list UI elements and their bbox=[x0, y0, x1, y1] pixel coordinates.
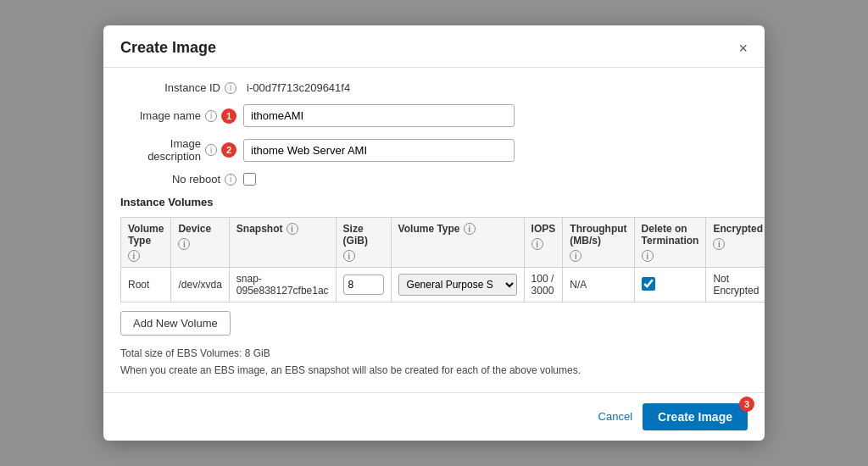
cell-encrypted: Not Encrypted bbox=[706, 268, 765, 302]
cancel-button[interactable]: Cancel bbox=[598, 410, 632, 423]
throughput-col-info-icon[interactable]: i bbox=[570, 250, 581, 262]
no-reboot-row: No reboot i bbox=[120, 173, 748, 186]
size-input[interactable] bbox=[343, 275, 384, 295]
col-header-volume-type: Volume Type i bbox=[121, 218, 171, 268]
image-description-row: Image description i 2 bbox=[120, 137, 748, 163]
volume-type-select[interactable]: General Purpose S Provisioned IOPS Magne… bbox=[398, 274, 517, 296]
no-reboot-checkbox[interactable] bbox=[243, 173, 256, 186]
snapshot-col-info-icon[interactable]: i bbox=[287, 223, 298, 235]
footer-note-line2: When you create an EBS image, an EBS sna… bbox=[120, 363, 748, 379]
col-header-delete-on-termination: Delete on Termination i bbox=[634, 218, 706, 268]
delete-on-termination-checkbox[interactable] bbox=[642, 277, 655, 291]
image-description-info-icon[interactable]: i bbox=[205, 144, 217, 156]
modal-title: Create Image bbox=[120, 39, 216, 57]
add-volume-button[interactable]: Add New Volume bbox=[120, 311, 231, 336]
iops-col-info-icon[interactable]: i bbox=[531, 238, 543, 250]
col-header-throughput: Throughput (MB/s) i bbox=[563, 218, 634, 268]
col-header-device: Device i bbox=[171, 218, 229, 268]
instance-id-label: Instance ID i bbox=[120, 81, 243, 94]
encrypted-col-info-icon[interactable]: i bbox=[713, 238, 725, 250]
col-header-encrypted: Encrypted i bbox=[706, 218, 765, 268]
create-button-badge: 3 bbox=[739, 397, 754, 412]
footer-note-line1: Total size of EBS Volumes: 8 GiB bbox=[120, 346, 748, 362]
volume-type-col-info-icon[interactable]: i bbox=[128, 250, 140, 262]
device-col-info-icon[interactable]: i bbox=[178, 238, 190, 250]
footer-notes: Total size of EBS Volumes: 8 GiB When yo… bbox=[120, 346, 748, 378]
cell-throughput: N/A bbox=[563, 268, 634, 302]
col-header-volume-type-col: Volume Type i bbox=[391, 218, 524, 268]
cell-iops: 100 / 3000 bbox=[524, 268, 563, 302]
image-name-input[interactable] bbox=[243, 104, 515, 127]
cell-snapshot: snap-095e838127cfbe1ac bbox=[229, 268, 336, 302]
image-name-label: Image name i 1 bbox=[120, 108, 243, 124]
image-name-row: Image name i 1 bbox=[120, 104, 748, 127]
volume-type-col2-info-icon[interactable]: i bbox=[464, 223, 476, 235]
cell-volume-type: Root bbox=[121, 268, 171, 302]
cell-volume-type-select[interactable]: General Purpose S Provisioned IOPS Magne… bbox=[391, 268, 524, 302]
volumes-section-title: Instance Volumes bbox=[120, 196, 748, 208]
col-header-iops: IOPS i bbox=[524, 218, 563, 268]
no-reboot-label: No reboot i bbox=[120, 173, 243, 186]
table-row: Root /dev/xvda snap-095e838127cfbe1ac Ge… bbox=[121, 268, 765, 302]
create-image-button[interactable]: Create Image 3 bbox=[643, 403, 748, 430]
cell-size bbox=[336, 268, 391, 302]
modal-body: Instance ID i i-00d7f713c209641f4 Image … bbox=[103, 68, 765, 391]
table-header-row: Volume Type i Device i S bbox=[121, 218, 765, 268]
volumes-table: Volume Type i Device i S bbox=[120, 217, 765, 302]
modal-header: Create Image × bbox=[103, 25, 765, 68]
instance-id-info-icon[interactable]: i bbox=[225, 82, 236, 94]
image-name-info-icon[interactable]: i bbox=[205, 110, 217, 122]
image-description-label: Image description i 2 bbox=[120, 137, 243, 163]
instance-id-row: Instance ID i i-00d7f713c209641f4 bbox=[120, 81, 748, 94]
close-button[interactable]: × bbox=[738, 41, 748, 56]
col-header-size: Size (GiB) i bbox=[336, 218, 391, 268]
size-col-info-icon[interactable]: i bbox=[343, 250, 355, 262]
delete-termination-col-info-icon[interactable]: i bbox=[642, 250, 654, 262]
instance-id-value: i-00d7f713c209641f4 bbox=[243, 81, 350, 94]
modal-overlay: Create Image × Instance ID i i-00d7f713c… bbox=[0, 0, 868, 466]
modal-footer: Cancel Create Image 3 bbox=[103, 392, 765, 441]
image-name-badge: 1 bbox=[221, 108, 236, 124]
cell-device: /dev/xvda bbox=[171, 268, 229, 302]
cell-delete-on-termination[interactable] bbox=[634, 268, 706, 302]
col-header-snapshot: Snapshot i bbox=[229, 218, 336, 268]
image-description-input[interactable] bbox=[243, 139, 515, 162]
image-description-badge: 2 bbox=[221, 142, 236, 158]
create-image-modal: Create Image × Instance ID i i-00d7f713c… bbox=[103, 25, 765, 440]
no-reboot-info-icon[interactable]: i bbox=[225, 174, 236, 186]
